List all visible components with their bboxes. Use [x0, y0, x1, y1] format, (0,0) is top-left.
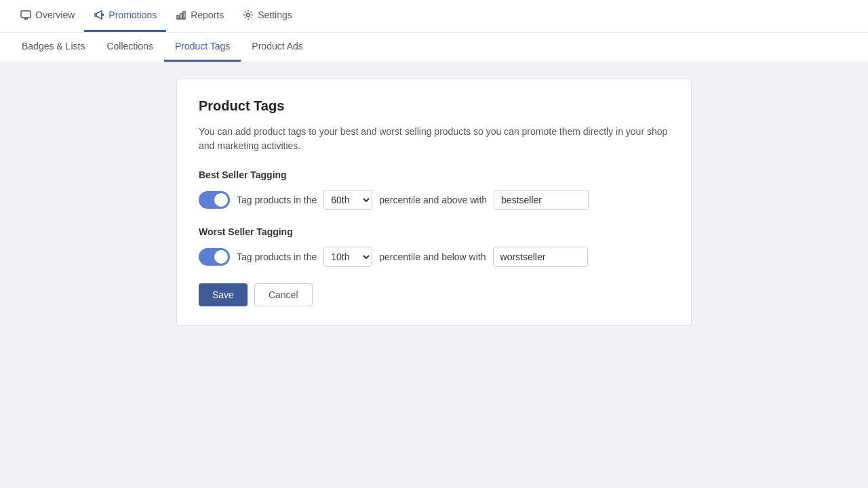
worst-seller-tag-input[interactable]	[493, 247, 588, 267]
worst-seller-title: Worst Seller Tagging	[199, 226, 669, 237]
worst-seller-prefix: Tag products in the	[237, 251, 317, 262]
sub-navigation: Badges & Lists Collections Product Tags …	[0, 33, 868, 62]
subnav-badges-lists[interactable]: Badges & Lists	[11, 33, 96, 62]
cancel-button[interactable]: Cancel	[254, 283, 313, 306]
subnav-product-ads[interactable]: Product Ads	[241, 33, 314, 62]
nav-promotions[interactable]: Promotions	[84, 0, 166, 32]
card-description: You can add product tags to your best an…	[199, 125, 669, 153]
card-title: Product Tags	[199, 98, 669, 114]
svg-rect-6	[183, 12, 185, 19]
best-seller-toggle[interactable]	[199, 191, 230, 209]
gear-icon	[243, 9, 254, 20]
best-seller-title: Best Seller Tagging	[199, 169, 669, 180]
worst-seller-toggle[interactable]	[199, 248, 230, 266]
svg-point-3	[102, 14, 104, 16]
nav-overview-label: Overview	[35, 9, 75, 20]
best-seller-percentile-select[interactable]: 60th 10th 20th 30th 40th 50th 70th 80th …	[323, 190, 372, 210]
monitor-icon	[20, 9, 31, 20]
megaphone-icon	[94, 9, 104, 20]
worst-seller-suffix: percentile and below with	[379, 251, 486, 262]
svg-point-7	[247, 14, 250, 17]
best-seller-row: Tag products in the 60th 10th 20th 30th …	[199, 190, 669, 210]
best-seller-section: Best Seller Tagging Tag products in the …	[199, 169, 669, 210]
best-seller-prefix: Tag products in the	[237, 195, 317, 205]
subnav-collections[interactable]: Collections	[96, 33, 163, 62]
action-buttons: Save Cancel	[199, 283, 669, 306]
worst-seller-section: Worst Seller Tagging Tag products in the…	[199, 226, 669, 267]
product-tags-card: Product Tags You can add product tags to…	[176, 79, 692, 326]
best-seller-toggle-slider	[199, 191, 230, 209]
nav-reports[interactable]: Reports	[166, 0, 233, 32]
nav-settings[interactable]: Settings	[233, 0, 302, 32]
subnav-product-tags[interactable]: Product Tags	[164, 33, 241, 62]
worst-seller-percentile-select[interactable]: 10th 20th 30th 40th 50th 60th 70th 80th …	[323, 247, 372, 267]
nav-settings-label: Settings	[258, 9, 292, 20]
svg-rect-4	[177, 16, 179, 19]
top-navigation: Overview Promotions Reports	[0, 0, 868, 33]
nav-promotions-label: Promotions	[108, 9, 157, 20]
svg-rect-5	[180, 14, 182, 19]
nav-overview[interactable]: Overview	[11, 0, 84, 32]
svg-rect-0	[21, 11, 31, 18]
worst-seller-toggle-slider	[199, 248, 230, 266]
best-seller-suffix: percentile and above with	[379, 195, 487, 205]
best-seller-tag-input[interactable]	[494, 190, 589, 210]
worst-seller-row: Tag products in the 10th 20th 30th 40th …	[199, 247, 669, 267]
save-button[interactable]: Save	[199, 283, 248, 306]
main-content: Product Tags You can add product tags to…	[0, 62, 868, 342]
nav-reports-label: Reports	[191, 9, 224, 20]
chart-icon	[176, 9, 186, 20]
